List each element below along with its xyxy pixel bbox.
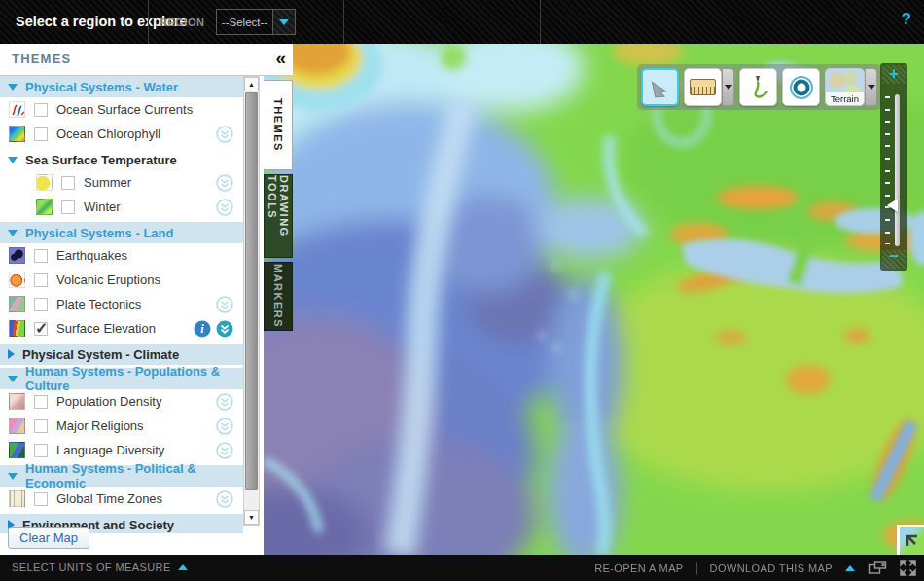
scroll-down-button[interactable]: ▼	[244, 510, 259, 525]
layer-row[interactable]: Plate Tectonics	[0, 292, 243, 316]
expand-legend-icon[interactable]	[216, 296, 233, 313]
zoom-slider-track[interactable]	[895, 94, 900, 246]
layer-label: Language Diversity	[56, 443, 207, 457]
section-header-climate[interactable]: Physical System - Climate	[0, 344, 243, 365]
ocean-surface-currents-icon	[9, 101, 25, 118]
triangle-down-icon	[8, 157, 18, 163]
region-select[interactable]: --Select--	[216, 9, 296, 35]
layer-checkbox[interactable]	[61, 200, 75, 214]
layer-info-icon[interactable]: i	[194, 320, 211, 338]
tab-markers[interactable]: MARKERS	[264, 262, 293, 331]
units-expand-icon[interactable]	[178, 564, 188, 570]
overview-map-toggle[interactable]	[897, 525, 924, 555]
map-maker-app: Terrain + − Select a region to explore R…	[0, 0, 924, 581]
tab-themes[interactable]: THEMES	[264, 80, 293, 170]
chevron-down-icon	[279, 19, 289, 25]
collapse-sidebar-button[interactable]: «	[275, 48, 286, 69]
zoom-slider-thumb[interactable]	[887, 199, 898, 212]
layer-row[interactable]: Ocean Surface Currents	[0, 97, 243, 122]
layer-checkbox[interactable]	[34, 127, 48, 141]
layer-checkbox[interactable]	[61, 176, 75, 190]
layer-row[interactable]: Winter	[0, 195, 243, 219]
region-label: REGION	[160, 17, 204, 28]
layer-row[interactable]: Earthquakes	[0, 243, 243, 268]
expand-legend-icon[interactable]	[216, 174, 233, 192]
layer-checkbox[interactable]	[34, 395, 48, 409]
major-religions-icon	[9, 418, 25, 434]
expand-legend-icon[interactable]	[216, 442, 233, 459]
layer-row[interactable]: Ocean Chlorophyll	[0, 122, 243, 146]
collapse-legend-icon[interactable]	[216, 320, 233, 338]
triangle-down-icon	[8, 473, 18, 480]
pen-line-icon	[747, 75, 770, 100]
download-expand-icon[interactable]	[845, 565, 855, 571]
section-header-populations-culture[interactable]: Human Systems - Populations & Culture	[0, 368, 243, 389]
ruler-icon	[690, 79, 716, 95]
reopen-map-button[interactable]: RE-OPEN A MAP	[594, 563, 683, 574]
expand-legend-icon[interactable]	[216, 418, 233, 435]
section-header-political-economic[interactable]: Human Systems - Political & Economic	[0, 465, 243, 487]
map-canvas[interactable]: Terrain + −	[264, 44, 924, 555]
region-select-arrow[interactable]	[272, 10, 295, 34]
layer-checkbox[interactable]	[34, 322, 48, 336]
zoom-control: + −	[880, 63, 907, 271]
sidebar-header: THEMES «	[0, 44, 293, 76]
layer-label: Summer	[84, 175, 207, 190]
section-header-physical-water[interactable]: Physical Systems - Water	[0, 76, 243, 97]
topbar-divider	[343, 0, 344, 44]
basemap-dropdown[interactable]	[865, 68, 877, 106]
global-time-zones-icon	[9, 490, 25, 507]
layer-row[interactable]: Surface Elevation i	[0, 316, 243, 341]
help-button[interactable]: ?	[902, 10, 911, 29]
fullscreen-button[interactable]	[900, 560, 916, 576]
layer-row[interactable]: Language Diversity	[0, 438, 243, 462]
layer-checkbox[interactable]	[34, 249, 48, 263]
bottom-bar: SELECT UNITS OF MEASURE RE-OPEN A MAP DO…	[0, 555, 924, 581]
measure-tool-button[interactable]	[684, 68, 722, 106]
clear-map-button[interactable]: Clear Map	[8, 527, 89, 549]
section-label: Human Systems - Political & Economic	[25, 461, 243, 490]
expand-legend-icon[interactable]	[216, 199, 233, 216]
draw-line-tool-button[interactable]	[739, 68, 777, 106]
layer-checkbox[interactable]	[34, 492, 48, 506]
zoom-in-button[interactable]: +	[882, 65, 906, 84]
expand-legend-icon[interactable]	[216, 126, 233, 143]
layer-label: Volcanic Eruptions	[56, 272, 243, 287]
layer-checkbox[interactable]	[34, 103, 48, 117]
sidebar-title: THEMES	[12, 52, 71, 66]
layer-checkbox[interactable]	[34, 298, 48, 311]
expand-legend-icon[interactable]	[216, 490, 233, 508]
surface-elevation-icon	[9, 320, 25, 337]
open-in-window-button[interactable]	[868, 561, 887, 575]
winter-icon	[36, 199, 53, 215]
layer-checkbox[interactable]	[34, 273, 48, 287]
bottom-bar-divider	[696, 562, 697, 575]
zoom-out-button[interactable]: −	[882, 250, 906, 269]
sidebar-scrollbar[interactable]: ▲ ▼	[243, 76, 260, 526]
layer-checkbox[interactable]	[34, 419, 48, 433]
measure-tool-dropdown[interactable]	[722, 68, 734, 106]
scrollbar-thumb[interactable]	[245, 92, 258, 490]
expand-legend-icon[interactable]	[216, 393, 233, 411]
arrow-up-left-icon	[905, 533, 920, 549]
layer-label: Winter	[84, 200, 207, 214]
layer-label: Ocean Chlorophyll	[56, 127, 207, 141]
section-header-physical-land[interactable]: Physical Systems - Land	[0, 222, 243, 243]
draw-circle-tool-button[interactable]	[782, 68, 820, 106]
layer-checkbox[interactable]	[34, 444, 48, 457]
region-select-value: --Select--	[217, 10, 272, 34]
scroll-up-button[interactable]: ▲	[244, 77, 259, 91]
select-tool-button[interactable]	[641, 68, 679, 106]
basemap-button[interactable]: Terrain	[825, 68, 865, 106]
cursor-arrow-icon	[650, 77, 671, 98]
layer-row[interactable]: Major Religions	[0, 414, 243, 438]
section-header-sea-surface-temperature[interactable]: Sea Surface Temperature	[0, 149, 243, 170]
layer-list: Physical Systems - Water Ocean Surface C…	[0, 76, 243, 533]
download-map-button[interactable]: DOWNLOAD THIS MAP	[710, 563, 833, 574]
layer-row[interactable]: Summer	[0, 170, 243, 195]
units-of-measure-button[interactable]: SELECT UNITS OF MEASURE	[12, 562, 171, 573]
triangle-down-icon	[8, 376, 18, 382]
layer-row[interactable]: Volcanic Eruptions	[0, 268, 243, 292]
tab-drawing-tools[interactable]: DRAWING TOOLS	[264, 174, 293, 258]
circle-marker-icon	[789, 75, 814, 100]
